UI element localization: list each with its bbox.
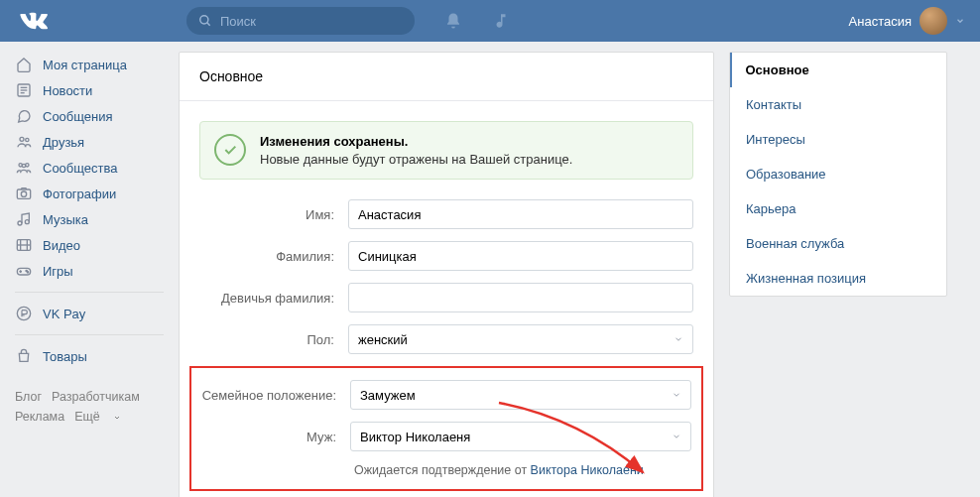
select-relationship[interactable]: Замужем	[350, 380, 691, 410]
sidebar-footer: БлогРазработчикам РекламаЕщё	[15, 387, 164, 427]
sidebar-item-communities[interactable]: Сообщества	[15, 155, 164, 181]
search-icon	[198, 14, 212, 28]
sidebar-item-vkpay[interactable]: VK Pay	[15, 301, 164, 326]
sidebar-separator	[15, 334, 164, 335]
svg-point-23	[27, 272, 28, 273]
svg-point-10	[22, 164, 25, 167]
tab-interests[interactable]: Интересы	[730, 122, 946, 157]
tab-life-position[interactable]: Жизненная позиция	[730, 261, 946, 296]
left-sidebar: Моя страница Новости Сообщения Друзья Со…	[0, 52, 164, 497]
friends-icon	[16, 134, 32, 150]
highlight-region: Семейное положение: Замужем Муж: Виктор …	[189, 366, 703, 491]
message-icon	[16, 108, 32, 124]
top-header: Анастасия	[0, 0, 980, 42]
settings-tabs: Основное Контакты Интересы Образование К…	[729, 52, 947, 297]
search-box[interactable]	[186, 7, 415, 35]
sidebar-item-music[interactable]: Музыка	[15, 206, 164, 232]
news-icon	[16, 82, 32, 98]
svg-point-13	[18, 221, 22, 225]
svg-point-24	[17, 307, 30, 319]
svg-point-12	[21, 191, 26, 196]
select-spouse[interactable]: Виктор Николаеня	[350, 422, 691, 451]
username: Анастасия	[849, 14, 912, 29]
tab-contacts[interactable]: Контакты	[730, 87, 946, 122]
pending-confirmation: Ожидается подтверждение от Виктора Никол…	[191, 463, 691, 477]
ruble-icon	[16, 306, 32, 321]
community-icon	[16, 160, 32, 176]
input-first-name[interactable]	[348, 199, 693, 229]
chevron-down-icon	[672, 390, 681, 400]
chevron-down-icon	[113, 414, 121, 422]
footer-ads[interactable]: Реклама	[15, 410, 64, 424]
alert-title: Изменения сохранены.	[260, 134, 572, 149]
input-maiden-name[interactable]	[348, 283, 693, 312]
sidebar-item-games[interactable]: Игры	[15, 258, 164, 284]
svg-point-14	[25, 220, 29, 224]
pending-name-link[interactable]: Виктора Николаени	[531, 463, 644, 477]
home-icon	[16, 57, 32, 72]
user-menu[interactable]: Анастасия	[849, 7, 965, 35]
label-gender: Пол:	[199, 332, 348, 347]
bag-icon	[16, 348, 32, 364]
camera-icon	[16, 186, 32, 201]
label-last-name: Фамилия:	[199, 249, 348, 264]
sidebar-separator	[15, 292, 164, 293]
svg-point-7	[26, 138, 29, 141]
sidebar-item-friends[interactable]: Друзья	[15, 129, 164, 155]
svg-line-1	[207, 23, 210, 26]
label-first-name: Имя:	[199, 207, 348, 222]
label-maiden-name: Девичья фамилия:	[199, 291, 348, 306]
footer-blog[interactable]: Блог	[15, 390, 42, 404]
svg-point-0	[200, 16, 208, 24]
success-alert: Изменения сохранены. Новые данные будут …	[199, 121, 693, 180]
avatar	[919, 7, 947, 35]
panel-title: Основное	[180, 53, 713, 101]
label-spouse: Муж:	[191, 430, 350, 444]
chevron-down-icon	[674, 334, 683, 344]
footer-dev[interactable]: Разработчикам	[52, 390, 140, 404]
label-relationship: Семейное положение:	[191, 388, 350, 403]
tab-general[interactable]: Основное	[730, 53, 946, 87]
input-last-name[interactable]	[348, 241, 693, 271]
tab-career[interactable]: Карьера	[730, 191, 946, 226]
video-icon	[16, 237, 32, 253]
sidebar-item-messages[interactable]: Сообщения	[15, 103, 164, 129]
settings-panel: Основное Изменения сохранены. Новые данн…	[179, 52, 714, 497]
search-input[interactable]	[220, 14, 403, 29]
sidebar-item-news[interactable]: Новости	[15, 77, 164, 103]
select-gender[interactable]: женский	[348, 324, 693, 354]
vk-logo[interactable]	[20, 7, 48, 35]
sidebar-item-photos[interactable]: Фотографии	[15, 181, 164, 206]
tab-education[interactable]: Образование	[730, 157, 946, 191]
sidebar-item-video[interactable]: Видео	[15, 232, 164, 258]
gamepad-icon	[16, 263, 32, 279]
chevron-down-icon	[672, 432, 681, 441]
sidebar-item-market[interactable]: Товары	[15, 343, 164, 369]
check-icon	[214, 134, 246, 166]
sidebar-item-my-page[interactable]: Моя страница	[15, 52, 164, 77]
music-icon[interactable]	[492, 12, 510, 30]
svg-point-6	[20, 137, 24, 141]
bell-icon[interactable]	[444, 12, 462, 30]
footer-more[interactable]: Ещё	[74, 410, 121, 424]
chevron-down-icon	[955, 16, 965, 26]
tab-military[interactable]: Военная служба	[730, 226, 946, 261]
note-icon	[16, 211, 32, 227]
alert-text: Новые данные будут отражены на Вашей стр…	[260, 152, 572, 167]
